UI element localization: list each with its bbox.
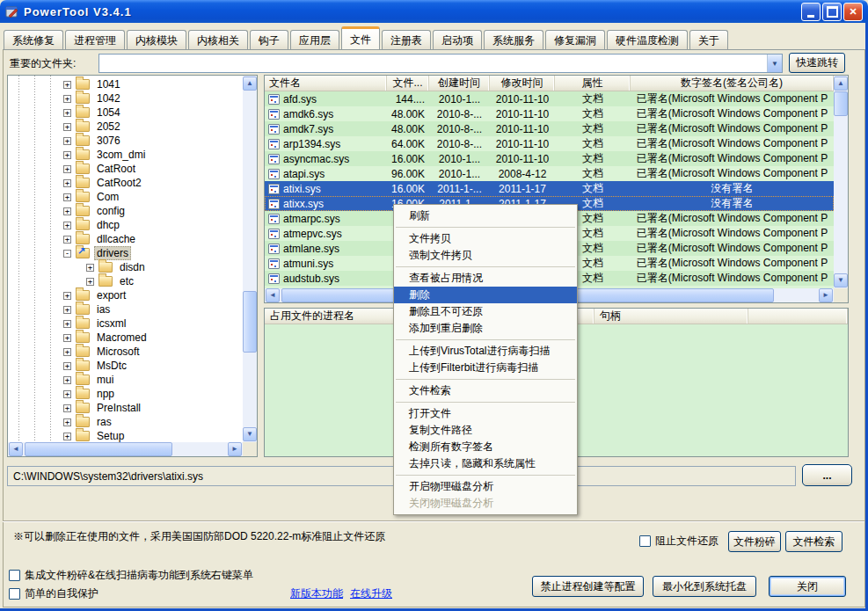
menu-item[interactable]: 检测所有数字签名 [394,439,577,455]
column-header-created[interactable]: 创建时间 [429,76,490,91]
tree-expander-icon[interactable]: + [63,222,71,229]
tree-expander-icon[interactable]: + [63,418,71,426]
tree-vscroll-thumb[interactable] [243,291,257,353]
tree-expander-icon[interactable]: + [63,376,71,384]
forbid-process-config-button[interactable]: 禁止进程创建等配置 [532,576,644,597]
file-search-button[interactable]: 文件检索 [785,531,842,552]
tree-item-label[interactable]: export [94,289,128,302]
tree-item[interactable]: + dllcache [8,232,243,246]
tab[interactable]: 内核相关 [188,30,248,50]
tree-item-label[interactable]: ias [94,303,113,316]
menu-item[interactable]: 关闭物理磁盘分析 [394,495,577,512]
tree-expander-icon[interactable]: + [63,433,71,440]
tree-item[interactable]: + MsDtc [8,359,243,373]
tree-item[interactable]: + 3com_dmi [8,148,243,162]
menu-item[interactable]: 去掉只读，隐藏和系统属性 [394,455,577,472]
tree-item-label[interactable]: Setup [94,430,127,442]
column-header-filename[interactable]: 文件名 [265,76,387,91]
tree-horizontal-scrollbar[interactable]: ◄ ► [8,442,243,456]
self-protect-checkbox[interactable] [9,588,20,600]
scroll-left-icon[interactable]: ◄ [266,288,280,302]
scroll-left-icon[interactable]: ◄ [9,442,23,456]
menu-item[interactable]: 删除且不可还原 [394,303,577,320]
browse-button[interactable]: ... [802,464,852,486]
tree-item[interactable]: + etc [8,274,243,288]
online-upgrade-link[interactable]: 在线升级 [350,586,392,601]
chevron-down-icon[interactable]: ▼ [767,55,782,72]
scroll-right-icon[interactable]: ► [819,288,833,302]
tree-item[interactable]: - ↗ drivers [8,246,243,260]
tab[interactable]: 系统修复 [4,30,63,50]
minimize-window-icon[interactable] [801,3,821,21]
tree-item[interactable]: + PreInstall [8,401,243,415]
tree-item[interactable]: + Macromed [8,331,243,345]
tree-item-label[interactable]: PreInstall [94,402,143,414]
table-row[interactable]: amdk7.sys 48.00K 2010-8-... 2010-11-10 文… [265,121,834,136]
tree-item[interactable]: + icsxml [8,316,243,331]
scroll-right-icon[interactable]: ► [228,442,242,456]
table-row[interactable]: afd.sys 144.... 2010-1... 2010-11-10 文档 … [265,91,834,106]
tree-expander-icon[interactable]: - [63,250,71,258]
tree-expander-icon[interactable]: + [63,292,71,300]
menu-item[interactable]: 文件检索 [394,382,577,399]
tree-item[interactable]: + Setup [8,429,243,442]
table-row[interactable]: asyncmac.sys 16.00K 2010-1... 2010-11-10… [265,151,834,166]
list-vscroll-thumb[interactable] [834,91,848,116]
tree-item[interactable]: + CatRoot [8,162,243,176]
tree-item-label[interactable]: 1042 [94,92,123,105]
tab[interactable]: 钩子 [250,30,288,50]
tree-item-label[interactable]: 3076 [94,135,123,147]
tree-item-label[interactable]: ras [94,416,114,428]
column-header-attr[interactable]: 属性 [555,76,631,91]
scroll-up-icon[interactable]: ▲ [834,76,848,91]
tab[interactable]: 应用层 [290,30,339,50]
tree-expander-icon[interactable]: + [63,95,71,103]
tab[interactable]: 关于 [689,30,728,50]
column-header-signature[interactable]: 数字签名(签名公司名) [631,76,834,91]
tree-item[interactable]: + Microsoft [8,345,243,359]
menu-item[interactable]: 上传到Filterbit进行病毒扫描 [394,360,577,376]
folder-combobox[interactable]: ▼ [98,54,783,73]
tree-expander-icon[interactable]: + [63,137,71,145]
block-restore-checkbox[interactable] [639,535,651,547]
tree-item-label[interactable]: 1041 [94,78,123,91]
file-shred-button[interactable]: 文件粉碎 [728,531,781,552]
tree-item-label[interactable]: CatRoot [94,163,138,175]
tree-item[interactable]: + 1041 [8,77,243,91]
tab[interactable]: 系统服务 [484,30,543,50]
menu-item[interactable]: 添加到重启删除 [394,320,577,337]
menu-item[interactable]: 文件拷贝 [394,230,577,247]
tree-item-label[interactable]: etc [117,275,136,287]
tab[interactable]: 修复漏洞 [545,30,605,50]
menu-item[interactable]: 强制文件拷贝 [394,247,577,264]
tree-expander-icon[interactable]: + [63,320,71,328]
tree-item-label[interactable]: config [94,205,128,217]
menu-item[interactable]: 上传到VirusTotal进行病毒扫描 [394,343,577,360]
scroll-down-icon[interactable]: ▼ [834,273,848,287]
tree-expander-icon[interactable]: + [63,236,71,244]
tab[interactable]: 文件 [341,26,380,50]
tree-item-label[interactable]: disdn [117,261,148,273]
tree-item-label[interactable]: mui [94,374,116,386]
table-row[interactable]: atixi.sys 16.00K 2011-1-... 2011-1-17 文档… [265,181,834,196]
tree-item-label[interactable]: drivers [94,246,131,260]
scroll-up-icon[interactable]: ▲ [243,76,257,91]
tree-item-label[interactable]: Macromed [94,331,150,344]
tree-expander-icon[interactable]: + [63,334,71,342]
tree-item[interactable]: + ias [8,302,243,316]
close-button[interactable]: 关闭 [769,576,846,597]
tree-item[interactable]: + 2052 [8,120,243,134]
tree-expander-icon[interactable]: + [63,81,71,89]
tree-expander-icon[interactable]: + [63,390,71,398]
tree-item-label[interactable]: icsxml [94,317,128,330]
close-window-icon[interactable]: ✕ [843,3,863,21]
tab[interactable]: 注册表 [382,30,431,50]
scroll-down-icon[interactable]: ▼ [243,427,257,441]
tree-hscroll-thumb[interactable] [25,442,172,456]
menu-item[interactable]: 打开文件 [394,405,577,422]
tree-item[interactable]: + 1054 [8,105,243,120]
tab[interactable]: 进程管理 [65,30,125,50]
tree-item[interactable]: + export [8,288,243,302]
table-row[interactable]: atapi.sys 96.00K 2010-1... 2008-4-12 文档 … [265,166,834,181]
tree-item-label[interactable]: dhcp [94,219,122,231]
